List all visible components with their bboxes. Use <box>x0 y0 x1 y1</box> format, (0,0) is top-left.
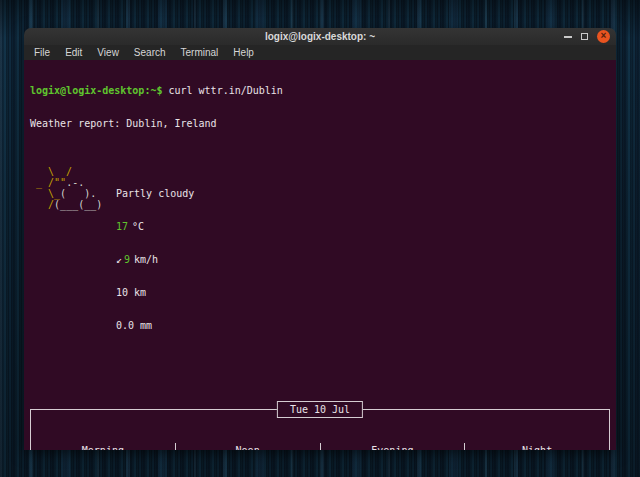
window-titlebar[interactable]: logix@logix-desktop: ~ × <box>24 28 616 45</box>
current-info: Partly cloudy 17°C ↙9km/h 10 km 0.0 mm <box>116 166 194 353</box>
period-noon: Noon <box>176 443 321 450</box>
command-text: curl wttr.in/Dublin <box>162 85 282 96</box>
menu-search[interactable]: Search <box>134 47 166 58</box>
maximize-icon[interactable] <box>581 33 588 40</box>
current-conditions: \ / _ /"".-. \_( ). /(___(__) Partly clo… <box>30 166 610 353</box>
period-header-row: Morning Noon Evening Night <box>31 443 609 450</box>
current-precipitation: 0.0 mm <box>116 320 194 331</box>
menu-terminal[interactable]: Terminal <box>181 47 219 58</box>
menu-view[interactable]: View <box>97 47 119 58</box>
current-visibility: 10 km <box>116 287 194 298</box>
shell-prompt: logix@logix-desktop:~$ <box>30 85 162 96</box>
minimize-icon[interactable] <box>564 36 572 38</box>
current-weather-art-icon: \ / _ /"".-. \_( ). /(___(__) <box>30 166 116 353</box>
wind-direction-icon: ↙ <box>116 254 122 265</box>
window-title: logix@logix-desktop: ~ <box>24 31 616 42</box>
period-night: Night <box>465 443 609 450</box>
date-label: Tue 10 Jul <box>277 401 363 418</box>
menu-bar: File Edit View Search Terminal Help <box>24 45 616 60</box>
close-icon[interactable]: × <box>597 30 610 43</box>
report-title: Weather report: Dublin, Ireland <box>30 118 610 129</box>
current-condition: Partly cloudy <box>116 188 194 199</box>
period-morning: Morning <box>31 443 176 450</box>
window-controls: × <box>564 28 610 45</box>
current-temperature: 17°C <box>116 221 194 232</box>
current-wind: ↙9km/h <box>116 254 194 265</box>
menu-edit[interactable]: Edit <box>65 47 82 58</box>
period-evening: Evening <box>321 443 466 450</box>
menu-file[interactable]: File <box>34 47 50 58</box>
terminal-content[interactable]: logix@logix-desktop:~$ curl wttr.in/Dubl… <box>24 60 616 450</box>
menu-help[interactable]: Help <box>233 47 254 58</box>
terminal-window: logix@logix-desktop: ~ × File Edit View … <box>24 28 616 450</box>
forecast-table-tue: Tue 10 Jul Morning Noon Evening Night \ … <box>30 409 610 450</box>
command-line: logix@logix-desktop:~$ curl wttr.in/Dubl… <box>30 85 610 96</box>
